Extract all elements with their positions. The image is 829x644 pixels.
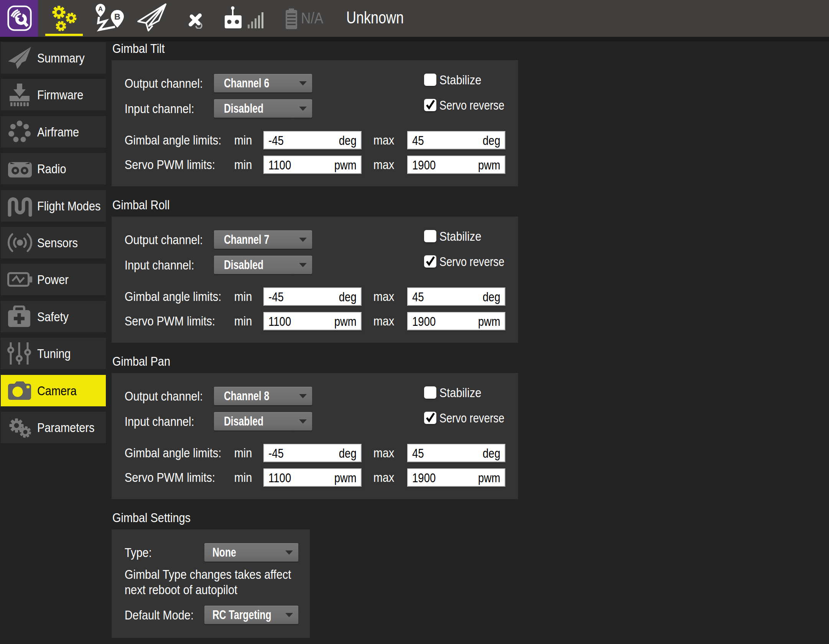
svg-text:B: B bbox=[114, 12, 120, 21]
svg-text:A: A bbox=[98, 5, 103, 13]
